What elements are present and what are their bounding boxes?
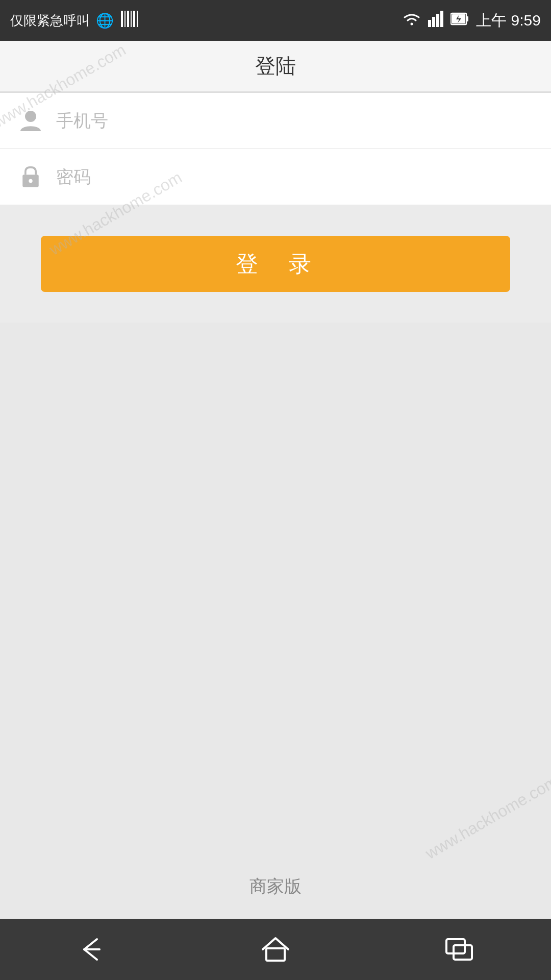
barcode-icon bbox=[120, 10, 138, 32]
lock-icon bbox=[15, 162, 46, 192]
status-left: 仅限紧急呼叫 🌐 bbox=[10, 10, 138, 32]
svg-rect-3 bbox=[131, 11, 132, 27]
svg-rect-4 bbox=[133, 11, 135, 27]
recents-button[interactable] bbox=[439, 934, 480, 965]
svg-rect-9 bbox=[440, 11, 443, 27]
status-bar: 仅限紧急呼叫 🌐 bbox=[0, 0, 551, 41]
time-display: 上午 9:59 bbox=[476, 10, 541, 31]
bottom-label-container: 商家版 bbox=[0, 875, 551, 898]
battery-icon bbox=[450, 12, 469, 30]
globe-icon: 🌐 bbox=[96, 12, 114, 29]
emergency-call-text: 仅限紧急呼叫 bbox=[10, 12, 90, 30]
password-field-container bbox=[0, 149, 551, 205]
home-button[interactable] bbox=[255, 934, 296, 965]
login-content-area: 登 录 bbox=[0, 205, 551, 323]
back-button[interactable] bbox=[71, 934, 112, 965]
svg-rect-7 bbox=[432, 17, 435, 27]
password-input[interactable] bbox=[56, 149, 536, 205]
user-icon bbox=[15, 106, 46, 136]
svg-rect-11 bbox=[467, 16, 468, 21]
phone-input[interactable] bbox=[56, 93, 536, 149]
status-right: 上午 9:59 bbox=[403, 10, 541, 31]
svg-rect-1 bbox=[124, 11, 126, 27]
login-button[interactable]: 登 录 bbox=[41, 236, 510, 292]
wifi-icon bbox=[403, 11, 421, 31]
app-header: 登陆 bbox=[0, 41, 551, 92]
svg-rect-8 bbox=[436, 14, 439, 27]
page-title: 登陆 bbox=[255, 52, 296, 80]
svg-rect-5 bbox=[137, 11, 138, 27]
watermark-3: www.hackhome.com bbox=[422, 772, 551, 863]
signal-icon bbox=[428, 11, 443, 31]
svg-rect-16 bbox=[266, 948, 285, 961]
svg-rect-0 bbox=[121, 11, 123, 27]
svg-rect-2 bbox=[127, 11, 129, 27]
svg-point-15 bbox=[29, 179, 32, 182]
login-form bbox=[0, 93, 551, 205]
merchant-label: 商家版 bbox=[249, 875, 302, 898]
svg-rect-6 bbox=[428, 20, 431, 27]
nav-bar bbox=[0, 919, 551, 980]
svg-point-13 bbox=[25, 111, 36, 122]
phone-field-container bbox=[0, 93, 551, 149]
